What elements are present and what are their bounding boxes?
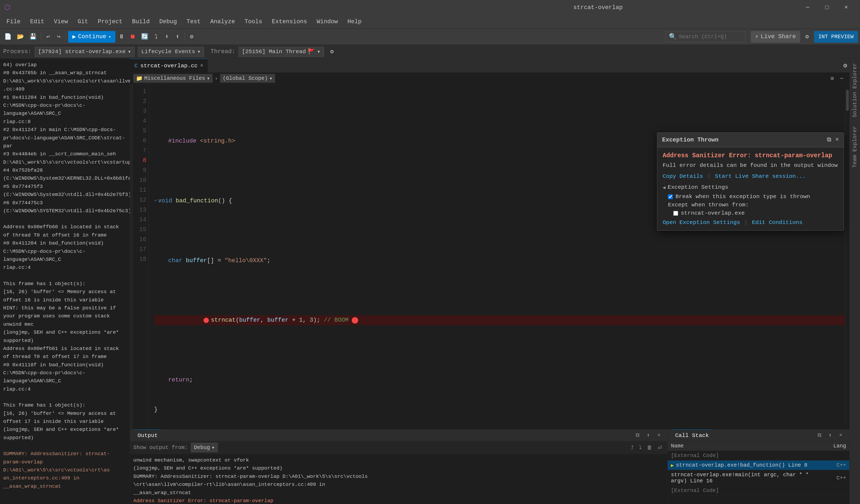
toolbar-settings-2[interactable]: ⚙ [802, 31, 812, 43]
menu-build[interactable]: Build [128, 17, 154, 27]
breadcrumb-files[interactable]: 📁 Miscellaneous Files ▾ [133, 74, 213, 83]
menu-extensions[interactable]: Extensions [268, 17, 312, 27]
close-button[interactable]: × [836, 0, 856, 15]
maximize-button[interactable]: □ [817, 0, 836, 15]
window-title: strcat-overlap [401, 4, 795, 11]
menu-window[interactable]: Window [313, 17, 342, 27]
output-undock-button[interactable]: ⧉ [633, 431, 642, 440]
exception-settings-label: Exception Settings [668, 184, 728, 190]
live-share-button[interactable]: ⚡ Live Share [751, 31, 800, 43]
call-stack-header: Call Stack ⧉ ⬆ × [668, 430, 849, 441]
menu-debug[interactable]: Debug [155, 17, 181, 27]
debug-line-3: #3 0x4484eb in __scrt_common_main_seh D:… [3, 150, 127, 166]
copy-details-link[interactable]: Copy Details [663, 173, 703, 179]
toolbar-restart[interactable]: 🔄 [139, 31, 150, 43]
debug-line-0: #0 0x43785b in __asan_wrap_strncat D:\A0… [3, 69, 127, 85]
thread-dropdown[interactable]: [25156] Main Thread 🚩 ▾ [239, 47, 324, 57]
toolbar-step-out[interactable]: ⬆ [173, 31, 183, 43]
breadcrumb: 📁 Miscellaneous Files ▾ › (Global Scope)… [130, 73, 849, 84]
menu-project[interactable]: Project [94, 17, 127, 27]
menu-test[interactable]: Test [183, 17, 205, 27]
tab-strcat-overlap[interactable]: C strcat-overlap.cc × [130, 59, 208, 72]
file-icon: C [134, 63, 138, 69]
except-exe-checkbox[interactable] [673, 211, 678, 216]
menu-git[interactable]: Git [73, 17, 92, 27]
menu-file[interactable]: File [2, 17, 25, 27]
debug-frame-2: This frame has 1 object(s): [3, 401, 127, 409]
scrollbar-thumb[interactable] [846, 90, 849, 111]
continue-button[interactable]: ▶ Continue ▾ [68, 31, 115, 43]
team-explorer-label[interactable]: Team Explorer [849, 122, 860, 172]
fold-icon-4[interactable]: ▾ [154, 197, 157, 205]
toolbar-new-file[interactable]: 📄 [2, 31, 14, 43]
debug-fn-1c: rlap.cc:4 [3, 264, 127, 271]
int-preview-button[interactable]: INT PREVIEW [814, 31, 858, 43]
cs-row-external-1[interactable]: [External Code] [668, 451, 849, 460]
edit-conditions-link[interactable]: Edit Conditions [752, 219, 802, 225]
menu-edit[interactable]: Edit [26, 17, 48, 27]
exception-settings-section[interactable]: ◀ Exception Settings [663, 184, 838, 190]
process-dropdown[interactable]: [37924] strcat-overlap.exe ▾ [35, 47, 134, 57]
menu-analyze[interactable]: Analyze [206, 17, 239, 27]
lifecycle-chevron: ▾ [197, 48, 201, 55]
callstack-move[interactable]: ⬆ [826, 431, 834, 440]
breadcrumb-scope[interactable]: (Global Scope) ▾ [220, 74, 275, 83]
debug-hint-1b: (longjmp, SEH and C++ exceptions *are* s… [3, 328, 127, 345]
exception-undock-button[interactable]: ⧉ [827, 136, 831, 143]
toolbar-redo[interactable]: ↪ [54, 31, 63, 43]
solution-explorer-label[interactable]: Solution Explorer [849, 59, 860, 122]
output-close-button[interactable]: × [655, 431, 663, 440]
open-exception-settings-link[interactable]: Open Exception Settings [663, 219, 740, 225]
callstack-close[interactable]: × [836, 431, 845, 440]
output-tab-label: Output [138, 432, 158, 439]
break-when-thrown-item: Break when this exception type is thrown [668, 194, 838, 200]
output-scroll-up[interactable]: ⤴ [629, 443, 636, 452]
toolbar-stop[interactable]: ⏹ [128, 31, 138, 43]
breadcrumb-left: Miscellaneous Files [144, 75, 205, 81]
output-source-dropdown[interactable]: Debug ▾ [191, 443, 218, 452]
play-icon: ▶ [72, 33, 76, 40]
menu-view[interactable]: View [50, 17, 72, 27]
cs-row-bad-function[interactable]: ▶ strncat-overlap.exe!bad_function() Lin… [668, 460, 849, 470]
more-options-button[interactable]: ⋯ [837, 74, 846, 83]
output-clear[interactable]: 🗑 [645, 443, 654, 452]
callstack-undock[interactable]: ⧉ [815, 431, 824, 440]
debug-settings[interactable]: ⚙ [327, 46, 337, 58]
exception-close-button[interactable]: × [835, 136, 839, 143]
debug-line-4: #4 0x752bfa28 (C:\WINDOWS\System32\KERNE… [3, 166, 127, 182]
tab-add-button[interactable]: ⚙ [841, 59, 849, 72]
cs-row-main[interactable]: strncat-overlap.exe!main(int argc, char … [668, 470, 849, 486]
exception-subtitle: Full error details can be found in the o… [663, 162, 838, 168]
menu-tools[interactable]: Tools [240, 17, 267, 27]
cs-row-external-2[interactable]: [External Code] [668, 486, 849, 495]
split-editor-button[interactable]: ⊞ [828, 74, 836, 83]
exception-links: Copy Details | Start Live Share session.… [663, 173, 838, 179]
toolbar-save[interactable]: 💾 [27, 31, 39, 43]
toolbar-pause[interactable]: ⏸ [116, 31, 127, 43]
toolbar-undo[interactable]: ↩ [43, 31, 53, 43]
menu-help[interactable]: Help [343, 17, 366, 27]
toolbar-step-over[interactable]: ⤵ [152, 31, 161, 43]
cs-lang-header: Lang [825, 443, 846, 449]
toolbar-open[interactable]: 📂 [15, 31, 26, 43]
tab-bar: C strcat-overlap.cc × ⚙ [130, 59, 849, 73]
breadcrumb-scope-chevron: ▾ [269, 75, 272, 82]
toolbar-settings[interactable]: ⚙ [187, 31, 197, 43]
output-wrap[interactable]: ⏎ [656, 443, 664, 452]
toolbar-step-into[interactable]: ⬇ [162, 31, 172, 43]
start-live-share-link[interactable]: Start Live Share session... [715, 173, 806, 179]
lifecycle-dropdown[interactable]: Lifecycle Events ▾ [138, 47, 204, 57]
output-scroll-down[interactable]: ⤵ [637, 443, 644, 452]
except-when-from: Except when thrown from: [668, 202, 838, 208]
break-when-thrown-checkbox[interactable] [668, 194, 673, 199]
search-box[interactable]: 🔍 Search (Ctrl+Q) [665, 31, 745, 42]
debug-bar: Process: [37924] strcat-overlap.exe ▾ Li… [0, 45, 860, 59]
tab-close-button[interactable]: × [200, 63, 203, 68]
call-stack-tab[interactable]: Call Stack [672, 430, 712, 441]
output-move-button[interactable]: ⬆ [644, 431, 653, 440]
cs-main-lang: C++ [825, 475, 846, 481]
footer-link-sep: | [744, 219, 748, 225]
minimize-button[interactable]: ─ [798, 0, 817, 15]
editor-scrollbar[interactable] [845, 84, 849, 429]
output-tab[interactable]: Output [134, 430, 161, 441]
